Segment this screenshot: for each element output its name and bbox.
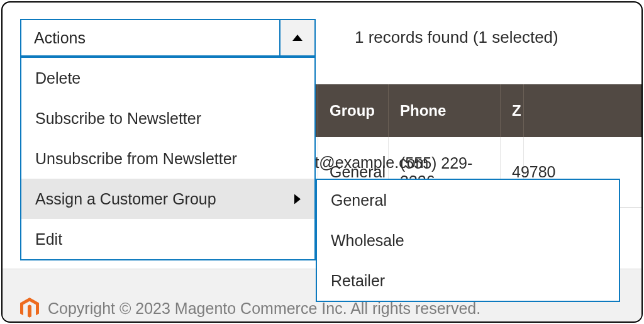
row-email-partial: ost@example.com xyxy=(298,154,428,172)
assign-group-submenu: General Wholesale Retailer xyxy=(316,179,620,302)
chevron-right-icon xyxy=(294,190,301,208)
submenu-item-wholesale[interactable]: Wholesale xyxy=(317,220,619,260)
records-found-text: 1 records found (1 selected) xyxy=(355,28,558,47)
grid-header-z[interactable]: Z xyxy=(501,84,524,137)
menu-item-assign-group-label: Assign a Customer Group xyxy=(35,190,216,208)
submenu-item-retailer[interactable]: Retailer xyxy=(317,260,619,301)
magento-logo-icon xyxy=(20,298,39,319)
menu-item-edit[interactable]: Edit xyxy=(21,219,314,259)
copyright-text: Copyright © 2023 Magento Commerce Inc. A… xyxy=(48,299,480,318)
caret-up-icon xyxy=(292,32,303,43)
grid-header-group[interactable]: Group xyxy=(318,84,389,137)
submenu-item-general[interactable]: General xyxy=(317,180,619,220)
actions-dropdown-label: Actions xyxy=(21,20,279,55)
svg-marker-0 xyxy=(292,35,303,41)
svg-marker-1 xyxy=(294,194,301,204)
menu-item-unsubscribe[interactable]: Unsubscribe from Newsletter xyxy=(21,138,314,179)
actions-menu: Delete Subscribe to Newsletter Unsubscri… xyxy=(20,57,316,260)
menu-item-subscribe[interactable]: Subscribe to Newsletter xyxy=(21,98,314,138)
menu-item-assign-group[interactable]: Assign a Customer Group xyxy=(21,179,314,219)
actions-dropdown[interactable]: Actions xyxy=(20,19,316,57)
menu-item-delete[interactable]: Delete xyxy=(21,58,314,98)
grid-header-phone[interactable]: Phone xyxy=(389,84,501,137)
actions-dropdown-toggle[interactable] xyxy=(279,20,314,55)
